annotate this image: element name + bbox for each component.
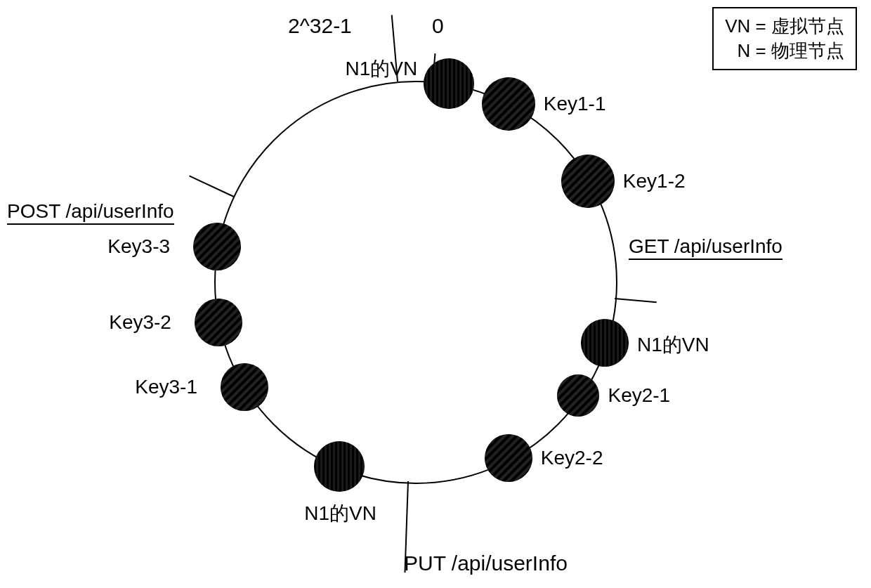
node-label-key3-2: Key3-2 [109, 311, 171, 334]
request-put-label: PUT /api/userInfo [404, 551, 568, 575]
svg-point-8 [195, 299, 242, 346]
svg-point-4 [557, 374, 599, 417]
request-post-text: POST /api/userInfo [7, 200, 174, 225]
svg-point-5 [485, 434, 532, 482]
request-get-label: GET /api/userInfo [629, 235, 782, 258]
node-vn1-bottom [314, 441, 365, 492]
node-label-key1-1: Key1-1 [544, 93, 606, 115]
node-label-key3-1: Key3-1 [135, 376, 197, 398]
node-label-key3-3: Key3-3 [107, 235, 170, 258]
node-vn1-right [581, 319, 629, 367]
request-put-text: PUT /api/userInfo [404, 551, 568, 575]
svg-point-1 [482, 77, 535, 131]
request-get-text: GET /api/userInfo [629, 235, 782, 260]
node-label-vn1-right: N1的VN [637, 332, 709, 358]
node-label-key2-1: Key2-1 [608, 384, 670, 407]
svg-point-3 [581, 319, 629, 367]
node-key1-1 [482, 77, 535, 131]
node-key3-1 [221, 363, 268, 411]
node-label-vn1-bottom: N1的VN [304, 500, 376, 527]
node-key3-3 [193, 223, 241, 270]
node-key3-2 [195, 299, 242, 346]
hash-ring [214, 81, 617, 484]
svg-point-7 [221, 363, 268, 411]
tick-tick-post [189, 175, 234, 197]
top-label-zero: 0 [432, 14, 444, 38]
node-key1-2 [561, 155, 615, 208]
node-label-key1-2: Key1-2 [623, 170, 686, 192]
top-label-max: 2^32-1 [288, 14, 352, 38]
node-label-vn1-top: N1的VN [345, 55, 417, 82]
node-key2-2 [485, 434, 532, 482]
tick-tick-get [615, 298, 657, 303]
svg-point-6 [314, 441, 365, 492]
diagram-stage: 2^32-1 0 POST /api/userInfo GET /api/use… [0, 0, 871, 588]
svg-point-2 [561, 155, 615, 208]
node-label-key2-2: Key2-2 [541, 447, 603, 469]
svg-point-9 [193, 223, 241, 270]
node-key2-1 [557, 374, 599, 417]
request-post-label: POST /api/userInfo [7, 200, 174, 223]
